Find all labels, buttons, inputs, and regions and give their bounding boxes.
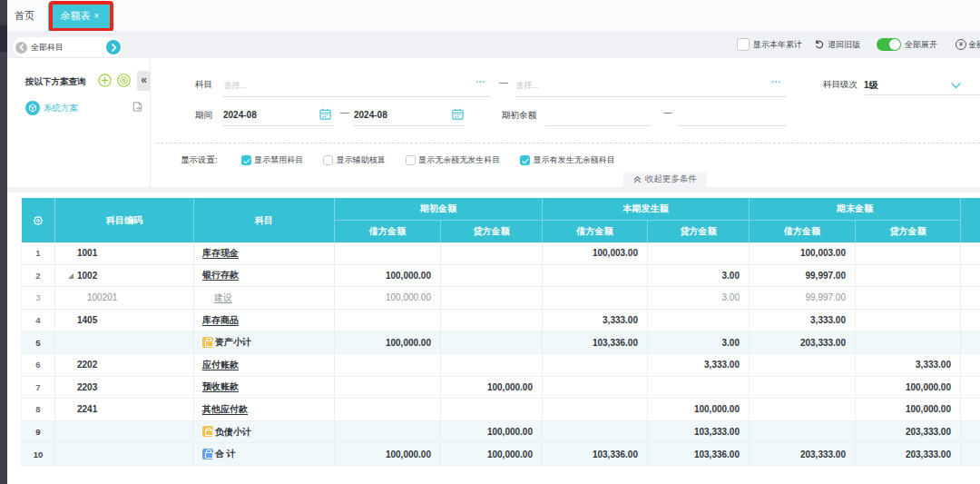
subtotal-icon: [202, 426, 213, 437]
opening-credit-cell: [441, 399, 543, 421]
period-from-input[interactable]: [223, 107, 334, 126]
display-option[interactable]: 显示辅助核算: [323, 154, 386, 166]
show-ytd-checkbox[interactable]: 显示本年累计: [737, 38, 802, 51]
scheme-settings-icon[interactable]: [117, 74, 131, 87]
revert-old-version-button[interactable]: 退回旧版: [814, 39, 860, 51]
filler-cell: [961, 310, 980, 332]
expand-all-toggle[interactable]: [877, 38, 901, 51]
revert-old-version-label: 退回旧版: [828, 39, 860, 51]
header-opening-credit[interactable]: 贷方金额: [441, 221, 543, 243]
save-scheme-icon[interactable]: [132, 101, 142, 113]
display-option-checkbox[interactable]: [323, 155, 333, 165]
subject-name-link[interactable]: 预收账款: [202, 381, 239, 391]
opening-credit-cell: [441, 265, 543, 288]
opening-credit-cell: 100,000.00: [441, 443, 543, 466]
current-debit-cell: [543, 399, 648, 421]
opening-balance-from-input[interactable]: [545, 107, 652, 126]
calendar-icon[interactable]: [452, 108, 464, 120]
current-credit-cell: 103,333.00: [648, 421, 750, 444]
display-option-checkbox[interactable]: [520, 155, 530, 165]
current-debit-cell: [543, 421, 648, 444]
opening-debit-cell: [335, 421, 441, 444]
expand-row-icon[interactable]: [68, 273, 74, 279]
subject-from-more-icon[interactable]: ...: [475, 74, 485, 84]
row-number: 7: [22, 377, 55, 400]
chevron-down-icon[interactable]: [951, 83, 961, 89]
opening-balance-to-input[interactable]: [677, 107, 786, 126]
display-option-label: 显示辅助核算: [337, 154, 386, 166]
collapse-more-button[interactable]: 收起更多条件: [623, 172, 707, 187]
undo-icon: [814, 39, 825, 50]
ending-credit-cell: [856, 242, 961, 265]
opening-debit-cell: 100,000.00: [335, 331, 441, 354]
row-number: 1: [22, 242, 55, 265]
display-settings-row: 显示设置: 显示禁用科目 显示辅助核算 显示无余额无发生科目 显示有发生无余额科…: [181, 153, 635, 167]
header-opening-debit[interactable]: 借方金额: [335, 221, 441, 243]
display-option[interactable]: 显示有发生无余额科目: [520, 154, 615, 166]
display-option-checkbox[interactable]: [241, 155, 251, 165]
opening-credit-cell: 100,000.00: [441, 421, 543, 444]
table-row: 3 100201 建设 100,000.00 3.00 99,997.00: [22, 287, 980, 310]
header-subject-code[interactable]: 科目编码: [55, 198, 194, 242]
sidebar-collapse-button[interactable]: «: [137, 71, 151, 91]
subject-name-link[interactable]: 库存现金: [202, 248, 239, 258]
current-credit-cell: [648, 377, 750, 400]
subject-pager-label: 全部科目: [27, 42, 106, 54]
opening-debit-cell: [335, 242, 441, 265]
column-settings-gear[interactable]: [22, 198, 55, 242]
opening-credit-cell: 100,000.00: [441, 377, 543, 400]
header-ending-debit[interactable]: 借方金额: [750, 221, 856, 243]
subject-pager: 全部科目: [13, 37, 122, 57]
current-debit-cell: [543, 377, 648, 400]
table-row: 1 1001 库存现金 100,003.00 100,003.00: [22, 242, 980, 265]
header-current-debit[interactable]: 借方金额: [543, 221, 648, 243]
current-credit-cell: 103,336.00: [648, 443, 750, 466]
subtotal-icon: [202, 337, 213, 348]
subject-name-text: 资产小计: [215, 337, 251, 347]
filler-cell: [961, 354, 980, 377]
header-ending-credit[interactable]: 贷方金额: [856, 221, 961, 243]
subject-level-select[interactable]: [864, 77, 980, 95]
subject-from-input[interactable]: [223, 77, 490, 97]
ending-debit-cell: [750, 399, 856, 421]
current-debit-cell: [543, 287, 648, 310]
subject-name-link[interactable]: 建设: [214, 292, 232, 302]
header-subject[interactable]: 科目: [194, 198, 335, 242]
display-option[interactable]: 显示禁用科目: [241, 154, 304, 166]
amount-unit-label: 金额: [968, 39, 980, 51]
subject-name-link[interactable]: 应付账款: [202, 360, 239, 370]
display-option-checkbox[interactable]: [406, 155, 416, 165]
row-number: 10: [22, 443, 55, 466]
current-credit-cell: 3.00: [648, 331, 750, 354]
subject-to-more-icon[interactable]: ...: [771, 74, 781, 84]
display-option[interactable]: 显示无余额无发生科目: [406, 154, 501, 166]
current-debit-cell: 3,333.00: [543, 310, 648, 332]
calendar-icon[interactable]: [319, 108, 331, 120]
filter-separator: [156, 143, 980, 143]
ending-debit-cell: 99,997.00: [750, 287, 856, 310]
tab-home[interactable]: 首页: [7, 0, 42, 31]
show-ytd-checkbox-box[interactable]: [737, 38, 750, 51]
next-subject-icon[interactable]: [106, 40, 121, 54]
prev-subject-icon[interactable]: [15, 42, 27, 54]
amount-unit-button[interactable]: ¥ 金额: [956, 39, 980, 51]
expand-all-label: 全部展开: [905, 39, 937, 51]
scheme-item-system[interactable]: 系统方案: [25, 101, 78, 115]
table-row: 6 2202 应付账款 3,333.00 3,333.00: [22, 354, 980, 377]
filler-cell: [961, 287, 980, 310]
subject-name-link[interactable]: 其他应付款: [202, 404, 248, 414]
subject-name-link[interactable]: 库存商品: [202, 315, 239, 325]
table-row: 10 合 计 100,000.00 100,000.00 103,336.00 …: [22, 443, 980, 466]
period-range-dash: —: [340, 107, 349, 117]
subject-name-cell: 库存商品: [194, 310, 335, 332]
subject-to-input[interactable]: [515, 77, 786, 97]
opening-credit-cell: [441, 287, 543, 310]
toggle-knob: [889, 39, 900, 50]
table-row: 2 1002 银行存款 100,000.00 3.00 99,997.00: [22, 265, 980, 288]
header-current-credit[interactable]: 贷方金额: [648, 221, 750, 243]
subject-code-cell: 2241: [55, 399, 194, 421]
period-to-input[interactable]: [354, 107, 465, 126]
opening-debit-cell: 100,000.00: [335, 287, 441, 310]
subject-name-link[interactable]: 银行存款: [202, 270, 239, 280]
add-scheme-icon[interactable]: [98, 74, 112, 87]
